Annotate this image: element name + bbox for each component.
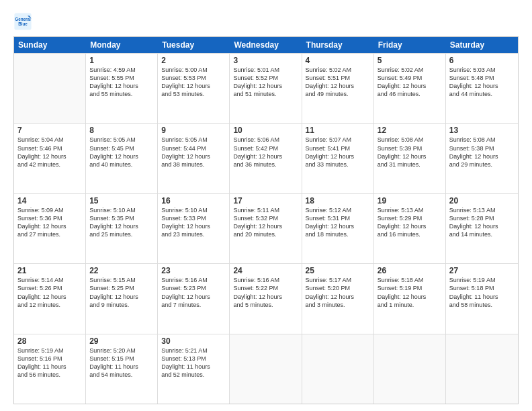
svg-text:Blue: Blue [18,21,28,26]
day-number: 8 [89,126,154,135]
day-info: Sunrise: 5:13 AM Sunset: 5:29 PM Dayligh… [378,206,442,239]
cal-cell: 21Sunrise: 5:14 AM Sunset: 5:26 PM Dayli… [14,264,86,333]
cal-cell: 27Sunrise: 5:19 AM Sunset: 5:18 PM Dayli… [446,264,518,333]
day-info: Sunrise: 5:19 AM Sunset: 5:16 PM Dayligh… [17,347,82,379]
day-number: 17 [233,196,298,205]
header-cell-wednesday: Wednesday [230,37,302,53]
day-info: Sunrise: 5:18 AM Sunset: 5:19 PM Dayligh… [378,276,442,309]
cal-cell [446,334,518,404]
day-info: Sunrise: 5:07 AM Sunset: 5:41 PM Dayligh… [306,136,370,169]
day-info: Sunrise: 5:10 AM Sunset: 5:35 PM Dayligh… [89,206,154,239]
day-number: 6 [449,56,515,65]
cal-cell: 3Sunrise: 5:01 AM Sunset: 5:52 PM Daylig… [230,54,302,123]
calendar: SundayMondayTuesdayWednesdayThursdayFrid… [13,36,519,404]
header: General Blue [13,12,519,31]
cal-cell: 7Sunrise: 5:04 AM Sunset: 5:46 PM Daylig… [14,124,86,193]
logo-icon: General Blue [13,12,32,31]
cal-cell: 11Sunrise: 5:07 AM Sunset: 5:41 PM Dayli… [302,124,374,193]
calendar-row-4: 28Sunrise: 5:19 AM Sunset: 5:16 PM Dayli… [14,334,518,404]
day-number: 19 [378,196,442,205]
cal-cell: 26Sunrise: 5:18 AM Sunset: 5:19 PM Dayli… [374,264,446,333]
calendar-row-1: 7Sunrise: 5:04 AM Sunset: 5:46 PM Daylig… [14,123,518,193]
day-info: Sunrise: 5:16 AM Sunset: 5:22 PM Dayligh… [233,276,298,309]
day-number: 7 [17,126,82,135]
day-info: Sunrise: 5:15 AM Sunset: 5:25 PM Dayligh… [89,276,154,309]
cal-cell [374,334,446,404]
cal-cell: 23Sunrise: 5:16 AM Sunset: 5:23 PM Dayli… [158,264,230,333]
cal-cell: 10Sunrise: 5:06 AM Sunset: 5:42 PM Dayli… [230,124,302,193]
day-number: 29 [89,336,154,346]
cal-cell: 8Sunrise: 5:05 AM Sunset: 5:45 PM Daylig… [86,124,158,193]
header-cell-saturday: Saturday [446,37,518,53]
cal-cell: 17Sunrise: 5:11 AM Sunset: 5:32 PM Dayli… [230,194,302,263]
day-info: Sunrise: 5:02 AM Sunset: 5:51 PM Dayligh… [306,66,370,99]
header-cell-thursday: Thursday [302,37,374,53]
cal-cell: 15Sunrise: 5:10 AM Sunset: 5:35 PM Dayli… [86,194,158,263]
cal-cell: 19Sunrise: 5:13 AM Sunset: 5:29 PM Dayli… [374,194,446,263]
cal-cell: 12Sunrise: 5:08 AM Sunset: 5:39 PM Dayli… [374,124,446,193]
day-number: 28 [17,336,82,346]
day-info: Sunrise: 5:01 AM Sunset: 5:52 PM Dayligh… [233,66,298,99]
cal-cell: 25Sunrise: 5:17 AM Sunset: 5:20 PM Dayli… [302,264,374,333]
day-number: 26 [378,266,442,275]
day-info: Sunrise: 5:04 AM Sunset: 5:46 PM Dayligh… [17,136,82,169]
svg-text:General: General [15,17,31,21]
cal-cell: 13Sunrise: 5:08 AM Sunset: 5:38 PM Dayli… [446,124,518,193]
day-info: Sunrise: 5:17 AM Sunset: 5:20 PM Dayligh… [306,276,370,309]
day-number: 5 [378,56,442,65]
day-info: Sunrise: 5:00 AM Sunset: 5:53 PM Dayligh… [161,66,226,99]
day-info: Sunrise: 5:02 AM Sunset: 5:49 PM Dayligh… [378,66,442,99]
day-info: Sunrise: 5:10 AM Sunset: 5:33 PM Dayligh… [161,206,226,239]
day-number: 10 [233,126,298,135]
day-number: 12 [378,126,442,135]
calendar-body: 1Sunrise: 4:59 AM Sunset: 5:55 PM Daylig… [14,53,518,404]
cal-cell: 22Sunrise: 5:15 AM Sunset: 5:25 PM Dayli… [86,264,158,333]
day-info: Sunrise: 5:08 AM Sunset: 5:38 PM Dayligh… [449,136,515,169]
day-number: 9 [161,126,226,135]
day-number: 1 [89,56,154,65]
day-info: Sunrise: 5:19 AM Sunset: 5:18 PM Dayligh… [449,276,515,309]
cal-cell [14,54,86,123]
header-cell-friday: Friday [374,37,446,53]
day-number: 14 [17,196,82,205]
day-info: Sunrise: 5:20 AM Sunset: 5:15 PM Dayligh… [89,347,154,379]
day-number: 16 [161,196,226,205]
cal-cell: 4Sunrise: 5:02 AM Sunset: 5:51 PM Daylig… [302,54,374,123]
day-info: Sunrise: 5:08 AM Sunset: 5:39 PM Dayligh… [378,136,442,169]
day-info: Sunrise: 5:05 AM Sunset: 5:45 PM Dayligh… [89,136,154,169]
day-number: 25 [306,266,370,275]
day-number: 27 [449,266,515,275]
calendar-row-3: 21Sunrise: 5:14 AM Sunset: 5:26 PM Dayli… [14,263,518,333]
header-cell-tuesday: Tuesday [158,37,230,53]
day-info: Sunrise: 5:12 AM Sunset: 5:31 PM Dayligh… [306,206,370,239]
day-number: 11 [306,126,370,135]
cal-cell: 29Sunrise: 5:20 AM Sunset: 5:15 PM Dayli… [86,334,158,404]
day-info: Sunrise: 5:13 AM Sunset: 5:28 PM Dayligh… [449,206,515,239]
page: General Blue SundayMondayTuesdayWednesda… [0,0,532,411]
calendar-row-2: 14Sunrise: 5:09 AM Sunset: 5:36 PM Dayli… [14,193,518,263]
day-number: 2 [161,56,226,65]
day-number: 30 [161,336,226,346]
header-cell-monday: Monday [86,37,158,53]
cal-cell: 2Sunrise: 5:00 AM Sunset: 5:53 PM Daylig… [158,54,230,123]
cal-cell: 9Sunrise: 5:05 AM Sunset: 5:44 PM Daylig… [158,124,230,193]
cal-cell: 16Sunrise: 5:10 AM Sunset: 5:33 PM Dayli… [158,194,230,263]
day-info: Sunrise: 5:21 AM Sunset: 5:13 PM Dayligh… [161,347,226,379]
cal-cell: 28Sunrise: 5:19 AM Sunset: 5:16 PM Dayli… [14,334,86,404]
calendar-header: SundayMondayTuesdayWednesdayThursdayFrid… [14,37,518,53]
cal-cell: 24Sunrise: 5:16 AM Sunset: 5:22 PM Dayli… [230,264,302,333]
cal-cell: 30Sunrise: 5:21 AM Sunset: 5:13 PM Dayli… [158,334,230,404]
day-info: Sunrise: 5:03 AM Sunset: 5:48 PM Dayligh… [449,66,515,99]
day-number: 24 [233,266,298,275]
cal-cell: 6Sunrise: 5:03 AM Sunset: 5:48 PM Daylig… [446,54,518,123]
day-number: 4 [306,56,370,65]
logo: General Blue [13,12,35,31]
day-number: 3 [233,56,298,65]
day-info: Sunrise: 5:16 AM Sunset: 5:23 PM Dayligh… [161,276,226,309]
day-info: Sunrise: 5:11 AM Sunset: 5:32 PM Dayligh… [233,206,298,239]
day-info: Sunrise: 5:09 AM Sunset: 5:36 PM Dayligh… [17,206,82,239]
cal-cell: 14Sunrise: 5:09 AM Sunset: 5:36 PM Dayli… [14,194,86,263]
cal-cell: 18Sunrise: 5:12 AM Sunset: 5:31 PM Dayli… [302,194,374,263]
cal-cell: 5Sunrise: 5:02 AM Sunset: 5:49 PM Daylig… [374,54,446,123]
header-cell-sunday: Sunday [14,37,86,53]
